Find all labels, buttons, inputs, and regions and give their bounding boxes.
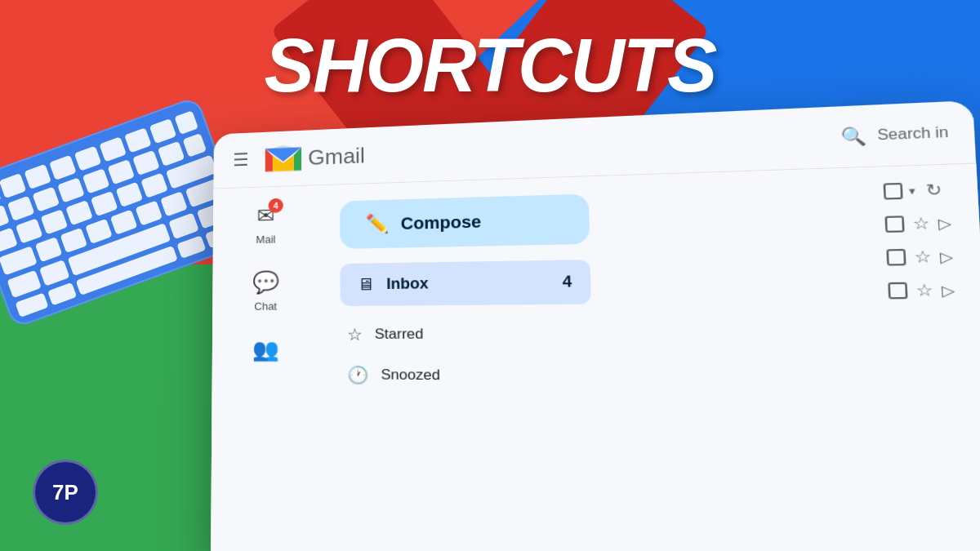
row-label-1: ▷ (938, 214, 951, 232)
action-row-3: ☆ ▷ (888, 280, 970, 301)
hamburger-menu-icon[interactable]: ☰ (233, 149, 249, 171)
compose-label: Compose (401, 211, 482, 233)
compose-icon: ✏️ (365, 213, 389, 235)
starred-label: Starred (375, 326, 424, 343)
search-placeholder: Search in (877, 124, 949, 143)
page-title: SHORTCUTS (265, 23, 716, 109)
compose-button[interactable]: ✏️ Compose (340, 193, 590, 248)
star-icon: ☆ (347, 324, 363, 344)
checkbox[interactable] (884, 183, 903, 200)
main-container: SHORTCUTS (0, 0, 980, 551)
sidebar-item-chat[interactable]: 💬 Chat (252, 269, 278, 312)
action-row-2: ☆ ▷ (886, 246, 969, 268)
gmail-sidebar: ✉ 4 Mail 💬 Chat 👥 (211, 185, 320, 551)
row-star-2[interactable]: ☆ (914, 247, 932, 267)
row-label-3: ▷ (941, 281, 955, 299)
mail-label: Mail (256, 233, 276, 246)
snoozed-item[interactable]: 🕐 Snoozed (341, 356, 594, 396)
row-star-3[interactable]: ☆ (915, 280, 933, 300)
snoozed-label: Snoozed (381, 367, 440, 384)
chat-label: Chat (254, 300, 277, 313)
starred-item[interactable]: ☆ Starred (341, 315, 593, 353)
gmail-content: ✏️ Compose 🖥 Inbox 4 ☆ Starred 🕐 S (319, 167, 889, 551)
gmail-panel: ☰ (211, 100, 980, 551)
meet-icon: 👥 (252, 337, 279, 362)
refresh-icon[interactable]: ↻ (925, 180, 942, 200)
gmail-actions-panel: ▼ ↻ ☆ ▷ ☆ ▷ ☆ ▷ (870, 164, 980, 551)
select-all-checkbox[interactable]: ▼ (884, 182, 918, 199)
gmail-main: ✉ 4 Mail 💬 Chat 👥 ✏️ Compose (211, 164, 980, 551)
action-row-top: ▼ ↻ (883, 179, 964, 202)
logo-badge: 7P (33, 460, 98, 525)
chat-icon: 💬 (252, 269, 278, 295)
gmail-logo: Gmail (265, 140, 365, 173)
mail-icon: ✉ 4 (257, 203, 275, 229)
logo-text: 7P (52, 480, 78, 505)
row-label-2: ▷ (939, 247, 953, 265)
gmail-wordmark: Gmail (308, 143, 365, 171)
inbox-item[interactable]: 🖥 Inbox 4 (340, 260, 590, 306)
sidebar-item-meet[interactable]: 👥 (252, 337, 279, 362)
action-row-1: ☆ ▷ (884, 212, 967, 234)
row-checkbox-1[interactable] (884, 216, 904, 233)
clock-icon: 🕐 (347, 365, 369, 385)
row-checkbox-2[interactable] (886, 249, 906, 266)
mail-badge: 4 (269, 198, 283, 213)
sidebar-item-mail[interactable]: ✉ 4 Mail (256, 203, 276, 246)
search-icon: 🔍 (840, 125, 867, 148)
inbox-count: 4 (563, 273, 572, 291)
inbox-label: Inbox (386, 273, 550, 293)
row-star-1[interactable]: ☆ (912, 213, 930, 233)
row-checkbox-3[interactable] (888, 282, 907, 300)
search-bar[interactable]: 🔍 Search in (840, 122, 949, 148)
inbox-icon: 🖥 (357, 275, 374, 295)
dropdown-arrow-icon[interactable]: ▼ (906, 185, 917, 196)
